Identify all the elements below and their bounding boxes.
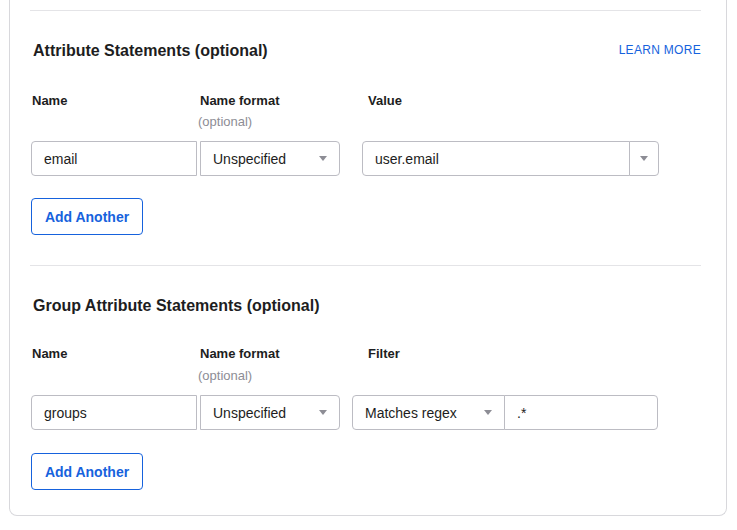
column-header-name-format: Name format bbox=[200, 94, 279, 107]
chevron-down-icon bbox=[319, 410, 327, 415]
group-attribute-statements-title: Group Attribute Statements (optional) bbox=[33, 297, 320, 314]
chevron-down-icon bbox=[319, 156, 327, 161]
add-another-group-attribute-button[interactable]: Add Another bbox=[31, 453, 143, 490]
attribute-name-format-select[interactable]: Unspecified bbox=[200, 141, 340, 176]
column-header-name: Name bbox=[32, 347, 67, 360]
group-attribute-name-format-select[interactable]: Unspecified bbox=[200, 395, 340, 430]
add-another-attribute-button[interactable]: Add Another bbox=[31, 198, 143, 235]
column-header-value: Value bbox=[368, 94, 402, 107]
attribute-name-input[interactable] bbox=[31, 141, 197, 176]
column-header-name-format: Name format bbox=[200, 347, 279, 360]
select-value: Unspecified bbox=[213, 405, 319, 421]
saml-settings-card: Attribute Statements (optional) LEARN MO… bbox=[9, 0, 727, 516]
attribute-value-combobox bbox=[362, 141, 659, 176]
chevron-down-icon bbox=[484, 410, 492, 415]
group-filter-value-input[interactable] bbox=[504, 395, 658, 430]
attribute-value-input[interactable] bbox=[362, 141, 630, 176]
attribute-statements-title: Attribute Statements (optional) bbox=[33, 42, 268, 59]
column-header-filter: Filter bbox=[368, 347, 400, 360]
group-filter-type-select[interactable]: Matches regex bbox=[352, 395, 505, 430]
section-divider bbox=[30, 265, 701, 266]
select-value: Unspecified bbox=[213, 151, 319, 167]
name-format-optional-note: (optional) bbox=[198, 369, 252, 383]
group-attribute-name-input[interactable] bbox=[31, 395, 197, 430]
attribute-value-dropdown-button[interactable] bbox=[629, 141, 659, 176]
chevron-down-icon bbox=[640, 156, 648, 161]
section-divider bbox=[30, 10, 701, 11]
learn-more-link[interactable]: LEARN MORE bbox=[619, 43, 701, 57]
name-format-optional-note: (optional) bbox=[198, 115, 252, 129]
column-header-name: Name bbox=[32, 94, 67, 107]
select-value: Matches regex bbox=[365, 405, 484, 421]
